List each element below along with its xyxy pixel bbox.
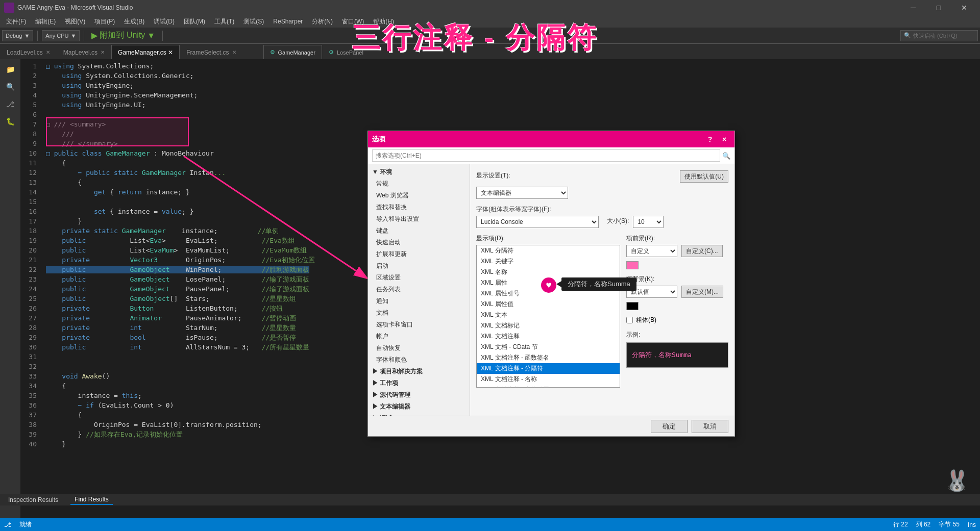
custom-back-button[interactable]: 自定义(M)... bbox=[681, 286, 723, 298]
list-item-xml-funcsig[interactable]: XML 文档注释 - 函数签名 bbox=[477, 352, 620, 363]
sidebar-icon-3[interactable]: ⎇ bbox=[2, 96, 18, 112]
tree-item-texteditor[interactable]: ▶ 文本编辑器 bbox=[368, 401, 470, 413]
menu-edit[interactable]: 编辑(E) bbox=[31, 15, 60, 28]
col-status: 列 62 bbox=[916, 520, 931, 529]
display-items-list[interactable]: XML 分隔符 XML 关键字 XML 名称 XML 属性 XML 属性引号 X… bbox=[476, 245, 620, 388]
play-label: 附加到 Unity bbox=[100, 30, 145, 41]
tree-item-account[interactable]: 帐户 bbox=[368, 331, 470, 342]
tree-item-region[interactable]: 区域设置 bbox=[368, 272, 470, 284]
list-item-xml-delim[interactable]: XML 文档注释 - 分隔符 bbox=[477, 363, 620, 374]
dialog-close-button[interactable]: × bbox=[718, 133, 730, 145]
menu-help[interactable]: 帮助(H) bbox=[369, 15, 398, 28]
tab-maplevel-label: MapLevel.cs bbox=[63, 49, 97, 56]
dialog-search-input[interactable] bbox=[372, 149, 720, 162]
quick-search-input[interactable] bbox=[913, 33, 974, 39]
size-label: 大小(S): bbox=[607, 217, 629, 225]
sidebar-icon-4[interactable]: 🐛 bbox=[2, 113, 18, 130]
tab-loadlevel-close[interactable]: ✕ bbox=[46, 49, 50, 55]
tree-item-startup[interactable]: 启动 bbox=[368, 260, 470, 272]
tab-find-results[interactable]: Find Results bbox=[70, 495, 113, 505]
menu-team[interactable]: 团队(M) bbox=[180, 15, 209, 28]
heart-icon: ♥ bbox=[541, 277, 556, 293]
custom-fore-button[interactable]: 自定义(C)... bbox=[681, 245, 723, 257]
tree-item-sourcectrl[interactable]: ▶ 源代码管理 bbox=[368, 389, 470, 401]
size-select[interactable]: 10 bbox=[633, 216, 664, 228]
config-dropdown[interactable]: Debug ▼ bbox=[2, 30, 33, 41]
tree-item-import[interactable]: 导入和导出设置 bbox=[368, 213, 470, 225]
tab-gamemanager-right[interactable]: ⚙ GameManager bbox=[263, 45, 322, 59]
quick-search-box[interactable]: 🔍 bbox=[900, 30, 978, 41]
tree-item-documents[interactable]: 文档 bbox=[368, 307, 470, 319]
tree-item-extensions[interactable]: 扩展和更新 bbox=[368, 248, 470, 260]
tree-item-autorestore[interactable]: 自动恢复 bbox=[368, 342, 470, 354]
tab-gamemanager[interactable]: GameManager.cs ✕ bbox=[111, 45, 180, 59]
menu-file[interactable]: 文件(F) bbox=[2, 15, 30, 28]
list-item-xml-kw[interactable]: XML 关键字 bbox=[477, 256, 620, 267]
tab-maplevel[interactable]: MapLevel.cs ✕ bbox=[57, 45, 111, 59]
tree-item-notifications[interactable]: 通知 bbox=[368, 295, 470, 307]
list-item-xml-sep[interactable]: XML 分隔符 bbox=[477, 245, 620, 256]
menu-project[interactable]: 项目(P) bbox=[90, 15, 119, 28]
play-button[interactable]: ▶ 附加到 Unity ▼ bbox=[88, 30, 158, 41]
tab-maplevel-close[interactable]: ✕ bbox=[101, 49, 105, 55]
vs-logo-icon bbox=[4, 3, 14, 13]
bold-checkbox[interactable] bbox=[626, 317, 633, 323]
tab-losepanel-right[interactable]: ⚙ LosePanel bbox=[322, 45, 370, 59]
close-button[interactable]: ✕ bbox=[952, 0, 976, 15]
menu-analyze[interactable]: 分析(N) bbox=[308, 15, 337, 28]
tab-frameselect[interactable]: FrameSelect.cs ✕ bbox=[180, 45, 242, 59]
list-item-xml-doccomment[interactable]: XML 文档注释 bbox=[477, 331, 620, 342]
foreground-label: 项前景(R): bbox=[626, 234, 728, 243]
menu-window[interactable]: 窗口(W) bbox=[338, 15, 368, 28]
tree-item-findreplace[interactable]: 查找和替换 bbox=[368, 201, 470, 213]
list-item-xml-entityref[interactable]: XML 文档注释 - 实体引用 bbox=[477, 385, 620, 388]
tree-item-environment[interactable]: ▼ 环境 bbox=[368, 166, 470, 178]
tree-item-tabs[interactable]: 选项卡和窗口 bbox=[368, 319, 470, 331]
dialog-help-button[interactable]: ? bbox=[704, 133, 716, 145]
font-select[interactable]: Lucida Console bbox=[476, 216, 599, 228]
list-item-xml-cdata[interactable]: XML 文档 - CData 节 bbox=[477, 342, 620, 352]
menu-view[interactable]: 视图(V) bbox=[61, 15, 89, 28]
tab-loadlevel[interactable]: LoadLevel.cs ✕ bbox=[0, 45, 57, 59]
list-item-xml-name[interactable]: XML 名称 bbox=[477, 267, 620, 277]
tree-item-tasklist[interactable]: 任务列表 bbox=[368, 284, 470, 295]
ok-button[interactable]: 确定 bbox=[651, 420, 688, 433]
minimize-button[interactable]: ─ bbox=[901, 0, 925, 15]
foreground-select[interactable]: 自定义 bbox=[626, 245, 677, 257]
tree-item-webbrowser[interactable]: Web 浏览器 bbox=[368, 190, 470, 201]
platform-dropdown[interactable]: Any CPU ▼ bbox=[42, 30, 80, 41]
tab-frameselect-close[interactable]: ✕ bbox=[232, 49, 236, 55]
list-item-xml-doctag[interactable]: XML 文档标记 bbox=[477, 320, 620, 331]
menubar: 文件(F) 编辑(E) 视图(V) 项目(P) 生成(B) 调试(D) 团队(M… bbox=[0, 15, 980, 28]
cancel-button[interactable]: 取消 bbox=[692, 420, 728, 433]
tree-item-workitems[interactable]: ▶ 工作项 bbox=[368, 377, 470, 389]
menu-resharper[interactable]: ReSharper bbox=[269, 15, 307, 28]
list-item-xml-attrval[interactable]: XML 属性值 bbox=[477, 299, 620, 310]
platform-chevron-icon: ▼ bbox=[71, 33, 77, 39]
tree-item-general[interactable]: 常规 bbox=[368, 178, 470, 190]
tree-item-keyboard[interactable]: 键盘 bbox=[368, 225, 470, 237]
menu-debug[interactable]: 调试(D) bbox=[150, 15, 179, 28]
bold-checkbox-row: 粗体(B) bbox=[626, 316, 728, 324]
tree-item-fontcolor[interactable]: 字体和颜色 bbox=[368, 354, 470, 366]
font-editor-select[interactable]: 文本编辑器 bbox=[476, 187, 568, 199]
git-icon: ⎇ bbox=[4, 521, 11, 528]
background-label: 项背景(K): bbox=[626, 275, 728, 284]
list-item-xml-text[interactable]: XML 文本 bbox=[477, 310, 620, 320]
sidebar-icon-2[interactable]: 🔍 bbox=[2, 79, 18, 95]
menu-build[interactable]: 生成(B) bbox=[120, 15, 149, 28]
restore-button[interactable]: □ bbox=[927, 0, 950, 15]
list-item-xml-docname[interactable]: XML 文档注释 - 名称 bbox=[477, 374, 620, 385]
use-default-button[interactable]: 使用默认值(U) bbox=[680, 170, 728, 183]
window-controls[interactable]: ─ □ ✕ bbox=[901, 0, 976, 15]
tree-item-quicklaunch[interactable]: 快速启动 bbox=[368, 237, 470, 248]
title-left: GAME Angry-Eva - Microsoft Visual Studio bbox=[4, 3, 133, 13]
tab-inspection-results[interactable]: Inspection Results bbox=[4, 495, 62, 504]
menu-test[interactable]: 测试(S) bbox=[239, 15, 268, 28]
tree-item-projects[interactable]: ▶ 项目和解决方案 bbox=[368, 366, 470, 377]
menu-tools[interactable]: 工具(T) bbox=[210, 15, 238, 28]
play-icon: ▶ bbox=[91, 31, 97, 40]
sidebar-icon-1[interactable]: 📁 bbox=[2, 61, 18, 78]
app-title: GAME Angry-Eva - Microsoft Visual Studio bbox=[17, 4, 133, 11]
background-select[interactable]: 默认值 bbox=[626, 286, 677, 298]
